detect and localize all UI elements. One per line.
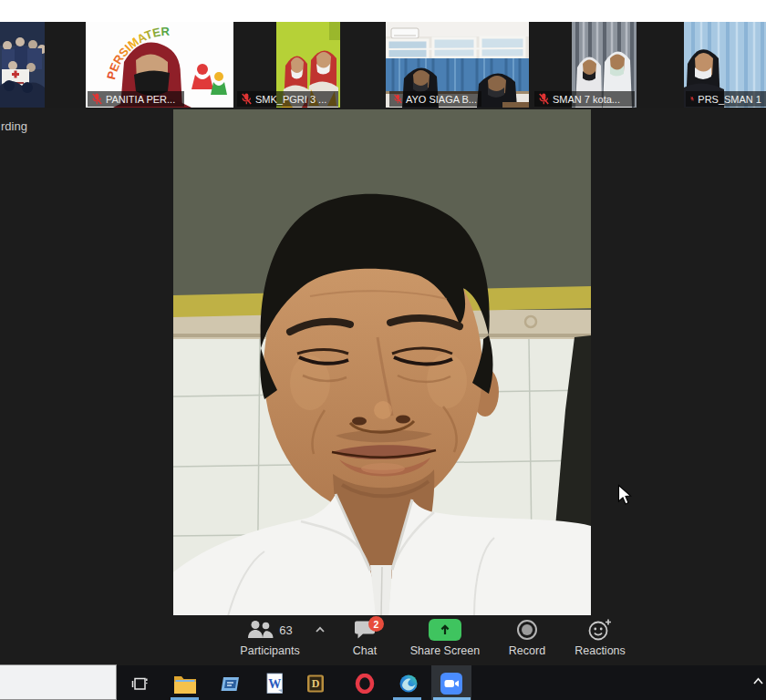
tray-expand-chevron-up-icon[interactable]: [751, 676, 765, 685]
zoom-meeting-window: PERSIMATER: [0, 0, 766, 700]
dictionary-d-icon[interactable]: D: [303, 673, 328, 695]
chat-label: Chat: [353, 644, 377, 657]
chat-unread-badge: 2: [368, 616, 384, 632]
blue-window-app-icon[interactable]: [218, 673, 243, 695]
record-label: Record: [509, 644, 545, 657]
mic-muted-icon: [242, 93, 252, 105]
participant-name-label: PANITIA PER...: [88, 91, 184, 107]
participants-button[interactable]: 63 Participants: [215, 618, 325, 657]
participant-tile-group-photo[interactable]: [0, 22, 45, 108]
participant-name-label: SMAN 7 kota...: [534, 91, 635, 107]
mic-muted-icon: [92, 93, 102, 105]
participant-name: SMK_PGRI 3 ...: [255, 94, 326, 105]
active-speaker-video[interactable]: [173, 109, 591, 615]
background-window-band: [0, 0, 766, 22]
share-screen-label: Share Screen: [410, 644, 480, 657]
participant-name-label: AYO SIAGA B...: [389, 91, 481, 107]
svg-text:W: W: [268, 677, 281, 691]
reactions-label: Reactions: [574, 644, 626, 657]
participant-name: SMAN 7 kota...: [553, 94, 620, 105]
opera-icon[interactable]: [352, 673, 378, 695]
participants-label: Participants: [240, 644, 299, 657]
svg-text:D: D: [312, 677, 320, 690]
reactions-button[interactable]: Reactions: [545, 618, 655, 657]
speaker-video-content: [173, 109, 591, 615]
participant-name: PRS_SMAN 1: [698, 94, 761, 105]
participant-name-label: PRS_SMAN 1: [686, 91, 766, 107]
participant-name-label: SMK_PGRI 3 ...: [237, 91, 338, 107]
participant-name: PANITIA PER...: [106, 94, 175, 105]
taskbar-search-input[interactable]: [0, 664, 117, 700]
participants-count: 63: [279, 623, 292, 637]
participants-icon: [247, 620, 274, 640]
mic-muted-icon: [539, 93, 549, 105]
mouse-cursor: [617, 484, 633, 506]
video-filmstrip: PERSIMATER: [0, 22, 766, 108]
file-explorer-icon[interactable]: [172, 673, 198, 695]
participant-name: AYO SIAGA B...: [406, 94, 477, 105]
recording-indicator-partial: rding: [1, 119, 27, 133]
task-view-icon[interactable]: [127, 673, 152, 695]
word-icon[interactable]: W: [262, 673, 287, 695]
mic-muted-icon: [394, 93, 402, 105]
zoom-app-icon[interactable]: [439, 673, 464, 695]
share-screen-icon: [429, 619, 461, 641]
mic-muted-icon: [690, 93, 694, 105]
record-icon: [515, 618, 539, 642]
reactions-smiley-icon: [587, 618, 613, 642]
group-photo-video: [0, 22, 45, 108]
edge-icon[interactable]: [396, 673, 421, 695]
